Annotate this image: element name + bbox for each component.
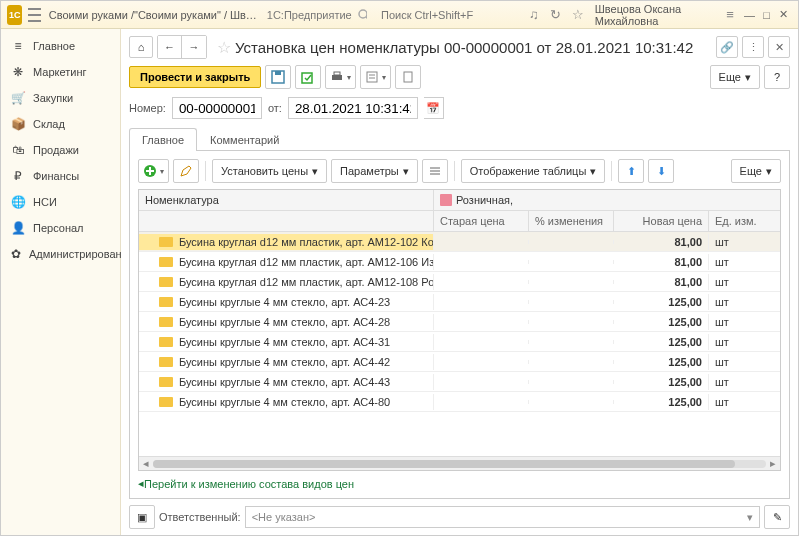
table-row[interactable]: Бусины круглые 4 мм стекло, арт. АС4-801… [139, 392, 780, 412]
date-field[interactable] [288, 97, 418, 119]
sidebar-item[interactable]: ✿Администрирование [1, 241, 120, 267]
tab-comment[interactable]: Комментарий [197, 128, 292, 151]
calendar-icon[interactable]: 📅 [424, 97, 444, 119]
unit-cell[interactable]: шт [709, 294, 780, 310]
link-button[interactable]: 🔗 [716, 36, 738, 58]
report-button[interactable]: ▾ [360, 65, 391, 89]
save-button[interactable] [265, 65, 291, 89]
table-row[interactable]: Бусина круглая d12 мм пластик, арт. АМ12… [139, 252, 780, 272]
col-unit[interactable]: Ед. изм. [709, 211, 780, 231]
more-menu-icon[interactable]: ⋮ [742, 36, 764, 58]
move-down-button[interactable]: ⬇ [648, 159, 674, 183]
old-price-cell[interactable] [434, 380, 529, 384]
new-price-cell[interactable]: 125,00 [614, 394, 709, 410]
unit-cell[interactable]: шт [709, 314, 780, 330]
new-price-cell[interactable]: 125,00 [614, 354, 709, 370]
new-price-cell[interactable]: 81,00 [614, 274, 709, 290]
sidebar-item[interactable]: ≡Главное [1, 33, 120, 59]
unit-cell[interactable]: шт [709, 234, 780, 250]
sidebar-item[interactable]: 🛍Продажи [1, 137, 120, 163]
table-display-button[interactable]: Отображение таблицы▾ [461, 159, 606, 183]
star-icon[interactable]: ☆ [571, 6, 585, 24]
menu-icon[interactable] [28, 8, 40, 22]
unit-cell[interactable]: шт [709, 334, 780, 350]
minimize-button[interactable]: — [741, 5, 758, 25]
table-row[interactable]: Бусины круглые 4 мм стекло, арт. АС4-431… [139, 372, 780, 392]
list-button[interactable] [422, 159, 448, 183]
responsible-select[interactable]: <Не указан>▾ [245, 506, 760, 528]
params-button[interactable]: Параметры▾ [331, 159, 418, 183]
close-doc-button[interactable]: ✕ [768, 36, 790, 58]
tab-main[interactable]: Главное [129, 128, 197, 151]
col-nomenclature[interactable]: Номенклатура [139, 190, 434, 210]
pct-cell[interactable] [529, 260, 614, 264]
old-price-cell[interactable] [434, 400, 529, 404]
old-price-cell[interactable] [434, 260, 529, 264]
table-row[interactable]: Бусина круглая d12 мм пластик, арт. АМ12… [139, 272, 780, 292]
number-field[interactable] [172, 97, 262, 119]
search-input[interactable] [377, 5, 523, 25]
favorite-icon[interactable]: ☆ [217, 38, 231, 57]
open-button[interactable]: ✎ [764, 505, 790, 529]
unit-cell[interactable]: шт [709, 274, 780, 290]
horizontal-scrollbar[interactable]: ◂ ▸ [139, 456, 780, 470]
old-price-cell[interactable] [434, 340, 529, 344]
table-row[interactable]: Бусины круглые 4 мм стекло, арт. АС4-421… [139, 352, 780, 372]
col-retail-group[interactable]: Розничная, [434, 190, 780, 210]
print-button[interactable]: ▾ [325, 65, 356, 89]
new-price-cell[interactable]: 81,00 [614, 254, 709, 270]
bookmark-icon[interactable]: ▣ [129, 505, 155, 529]
new-price-cell[interactable]: 81,00 [614, 234, 709, 250]
pct-cell[interactable] [529, 280, 614, 284]
table-row[interactable]: Бусины круглые 4 мм стекло, арт. АС4-231… [139, 292, 780, 312]
pct-cell[interactable] [529, 340, 614, 344]
old-price-cell[interactable] [434, 240, 529, 244]
inner-more-button[interactable]: Еще▾ [731, 159, 781, 183]
pct-cell[interactable] [529, 300, 614, 304]
post-and-close-button[interactable]: Провести и закрыть [129, 66, 261, 88]
pct-cell[interactable] [529, 400, 614, 404]
pct-cell[interactable] [529, 320, 614, 324]
home-button[interactable]: ⌂ [129, 36, 153, 58]
unit-cell[interactable]: шт [709, 394, 780, 410]
close-button[interactable]: ✕ [775, 5, 792, 25]
history-icon[interactable]: ↻ [549, 6, 563, 24]
new-price-cell[interactable]: 125,00 [614, 374, 709, 390]
col-pct-change[interactable]: % изменения [529, 211, 614, 231]
move-up-button[interactable]: ⬆ [618, 159, 644, 183]
edit-price-types-link[interactable]: ◂ Перейти к изменению состава видов цен [138, 477, 781, 490]
post-button[interactable] [295, 65, 321, 89]
breadcrumb[interactable]: Своими руками /"Своими руками" / Шве... [49, 9, 259, 21]
sidebar-item[interactable]: ❋Маркетинг [1, 59, 120, 85]
sidebar-item[interactable]: 👤Персонал [1, 215, 120, 241]
old-price-cell[interactable] [434, 280, 529, 284]
edit-button[interactable] [173, 159, 199, 183]
sidebar-item[interactable]: 🌐НСИ [1, 189, 120, 215]
pct-cell[interactable] [529, 240, 614, 244]
new-price-cell[interactable]: 125,00 [614, 334, 709, 350]
forward-button[interactable]: → [182, 36, 206, 58]
col-old-price[interactable]: Старая цена [434, 211, 529, 231]
maximize-button[interactable]: □ [758, 5, 775, 25]
unit-cell[interactable]: шт [709, 254, 780, 270]
new-price-cell[interactable]: 125,00 [614, 314, 709, 330]
set-prices-button[interactable]: Установить цены▾ [212, 159, 327, 183]
table-row[interactable]: Бусины круглые 4 мм стекло, арт. АС4-281… [139, 312, 780, 332]
help-button[interactable]: ? [764, 65, 790, 89]
document-button[interactable] [395, 65, 421, 89]
unit-cell[interactable]: шт [709, 354, 780, 370]
back-button[interactable]: ← [158, 36, 182, 58]
more-button[interactable]: Еще▾ [710, 65, 760, 89]
sidebar-item[interactable]: ₽Финансы [1, 163, 120, 189]
add-button[interactable]: ▾ [138, 159, 169, 183]
bell-icon[interactable]: ♫ [527, 6, 541, 24]
old-price-cell[interactable] [434, 300, 529, 304]
pct-cell[interactable] [529, 380, 614, 384]
old-price-cell[interactable] [434, 320, 529, 324]
old-price-cell[interactable] [434, 360, 529, 364]
col-new-price[interactable]: Новая цена [614, 211, 709, 231]
sidebar-item[interactable]: 🛒Закупки [1, 85, 120, 111]
user-name[interactable]: Швецова Оксана Михайловна [595, 3, 713, 27]
table-row[interactable]: Бусина круглая d12 мм пластик, арт. АМ12… [139, 232, 780, 252]
table-row[interactable]: Бусины круглые 4 мм стекло, арт. АС4-311… [139, 332, 780, 352]
